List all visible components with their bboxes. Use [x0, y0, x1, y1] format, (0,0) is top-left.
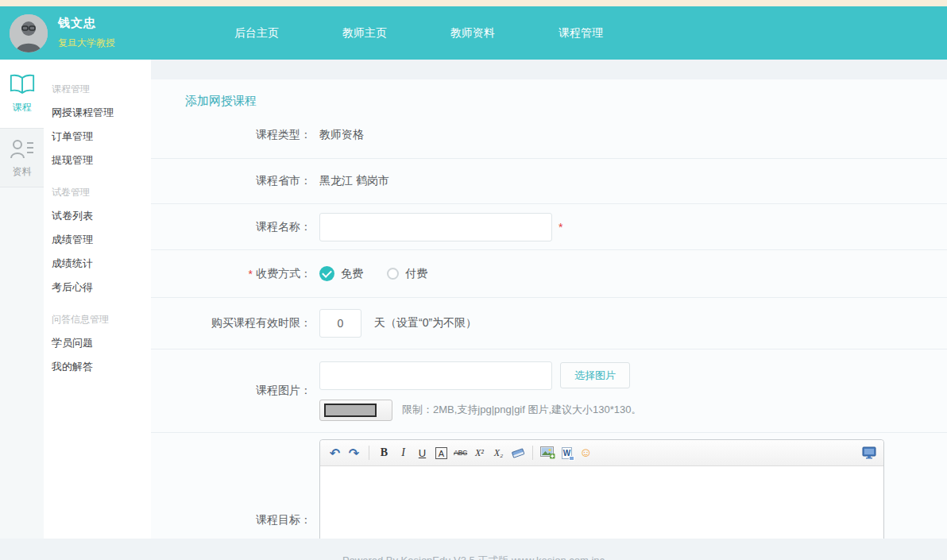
course-name-row: 课程名称： *: [151, 204, 947, 250]
emoticon-button[interactable]: ☺: [578, 444, 594, 462]
radio-unchecked-icon: [387, 268, 399, 280]
header: 钱文忠 复旦大学教授 后台主页 教师主页 教师资料 课程管理: [0, 6, 947, 60]
fee-radio-free[interactable]: 免费: [319, 266, 363, 281]
page: 钱文忠 复旦大学教授 后台主页 教师主页 教师资料 课程管理 课程: [0, 0, 947, 560]
course-name-required-asterisk: *: [559, 221, 562, 234]
footer-credit: Powered By KesionEdu V3.5 正式版 www.kesion…: [342, 554, 605, 560]
course-region-label: 课程省市：: [151, 159, 311, 203]
remove-format-button[interactable]: [509, 444, 526, 462]
redo-button[interactable]: ↷: [346, 444, 362, 462]
underline-button[interactable]: U: [414, 444, 431, 462]
body: 课程 资料 课程管理 网授课程管理 订单管理 提现管理 试卷管理 试卷列表 成绩…: [0, 60, 947, 539]
nav-item-admin-home[interactable]: 后台主页: [234, 26, 279, 41]
form-panel: 添加网授课程 课程类型： 教师资格 课程省市： 黑龙江 鹤岗市 课程名称： *: [151, 79, 947, 539]
superscript-button[interactable]: X²: [471, 444, 488, 462]
image-restriction-hint: 限制：2MB,支持jpg|png|gif 图片,建议大小130*130。: [402, 403, 642, 417]
upload-widget-inner: [324, 404, 377, 417]
upload-widget[interactable]: [319, 400, 392, 421]
menu-header-qa-info-management: 问答信息管理: [52, 307, 151, 331]
image-path-line: 选择图片: [319, 361, 630, 390]
sidebar-icon-column: 课程 资料: [0, 60, 44, 539]
fee-radio-paid[interactable]: 付费: [387, 267, 427, 281]
book-icon: [9, 74, 36, 95]
menu-item-order-management[interactable]: 订单管理: [52, 125, 151, 149]
course-name-input[interactable]: [319, 213, 552, 241]
menu-header-course-management: 课程管理: [52, 77, 151, 101]
font-color-glyph: A: [435, 447, 447, 459]
validity-field-wrap: 天（设置“0”为不限）: [311, 298, 947, 349]
top-navigation: 后台主页 教师主页 教师资料 课程管理: [234, 26, 603, 41]
course-image-input[interactable]: [319, 361, 552, 390]
menu-item-score-management[interactable]: 成绩管理: [52, 228, 151, 252]
radio-checked-icon: [319, 266, 334, 281]
user-info: 钱文忠 复旦大学教授: [58, 16, 115, 50]
validity-days-input[interactable]: [319, 309, 361, 338]
bold-button[interactable]: B: [376, 444, 392, 462]
strikethrough-button[interactable]: ABC: [452, 444, 469, 462]
fee-radio-paid-label: 付费: [405, 267, 427, 281]
fullscreen-button[interactable]: [860, 444, 877, 462]
top-accent-strip: [0, 0, 947, 6]
fullscreen-monitor-icon: [862, 446, 876, 459]
menu-item-exam-list[interactable]: 试卷列表: [52, 204, 151, 228]
sidebar-tab-profile-label: 资料: [13, 165, 32, 179]
menu-item-my-answers[interactable]: 我的解答: [52, 355, 151, 379]
fee-type-row: * 收费方式： 免费 付费: [151, 250, 947, 298]
fee-required-asterisk: *: [249, 268, 253, 280]
page-title: 添加网授课程: [151, 79, 947, 111]
validity-row: 购买课程有效时限： 天（设置“0”为不限）: [151, 298, 947, 350]
course-name-label: 课程名称：: [151, 204, 311, 249]
font-color-button[interactable]: A: [433, 444, 450, 462]
course-type-value: 教师资格: [311, 111, 947, 158]
avatar: [10, 14, 48, 52]
fee-options: 免费 付费: [311, 250, 947, 297]
course-type-row: 课程类型： 教师资格: [151, 111, 947, 159]
editor-toolbar: ↶ ↷ B I U A ABC X² X₂: [320, 440, 883, 466]
fee-radio-free-label: 免费: [341, 267, 363, 281]
menu-header-exam-management: 试卷管理: [52, 180, 151, 204]
menu-item-withdrawal-management[interactable]: 提现管理: [52, 149, 151, 172]
user-name: 钱文忠: [58, 16, 115, 31]
menu-item-score-statistics[interactable]: 成绩统计: [52, 252, 151, 276]
image-upload-line: 限制：2MB,支持jpg|png|gif 图片,建议大小130*130。: [319, 400, 642, 421]
fee-type-label-wrap: * 收费方式：: [151, 250, 311, 297]
validity-suffix: 天（设置“0”为不限）: [374, 316, 477, 330]
main-content: 添加网授课程 课程类型： 教师资格 课程省市： 黑龙江 鹤岗市 课程名称： *: [151, 60, 947, 539]
sidebar-menu: 课程管理 网授课程管理 订单管理 提现管理 试卷管理 试卷列表 成绩管理 成绩统…: [44, 60, 151, 539]
course-name-field-wrap: *: [311, 204, 947, 249]
course-type-label: 课程类型：: [151, 111, 311, 158]
course-region-row: 课程省市： 黑龙江 鹤岗市: [151, 159, 947, 204]
user-role: 复旦大学教授: [58, 37, 115, 50]
footer: Powered By KesionEdu V3.5 正式版 www.kesion…: [0, 539, 947, 560]
menu-item-student-questions[interactable]: 学员问题: [52, 331, 151, 355]
nav-item-teacher-profile[interactable]: 教师资料: [450, 26, 495, 41]
sidebar-tab-course[interactable]: 课程: [0, 60, 44, 128]
profile-card-icon: [10, 137, 35, 160]
insert-image-icon: [540, 446, 555, 459]
choose-image-button[interactable]: 选择图片: [560, 362, 630, 388]
course-image-controls: 选择图片 限制：2MB,支持jpg|png|gif 图片,建议大小130*130…: [311, 350, 947, 432]
paste-from-word-button[interactable]: W: [559, 444, 575, 462]
subscript-button[interactable]: X₂: [490, 444, 507, 462]
toolbar-separator: [532, 446, 533, 460]
nav-item-teacher-home[interactable]: 教师主页: [342, 26, 387, 41]
course-image-row: 课程图片： 选择图片 限制：2MB,支持jpg|png|gif 图片,建议大小1…: [151, 350, 947, 433]
avatar-photo-placeholder: [10, 14, 48, 52]
undo-button[interactable]: ↶: [327, 444, 343, 462]
course-image-label: 课程图片：: [151, 350, 311, 432]
nav-item-course-management[interactable]: 课程管理: [559, 26, 603, 41]
eraser-icon: [511, 447, 525, 458]
validity-label: 购买课程有效时限：: [151, 298, 311, 349]
course-region-value: 黑龙江 鹤岗市: [311, 159, 947, 203]
insert-image-button[interactable]: [539, 444, 556, 462]
fee-type-label: 收费方式：: [256, 267, 311, 281]
menu-item-post-exam-thoughts[interactable]: 考后心得: [52, 276, 151, 299]
menu-item-online-course-management[interactable]: 网授课程管理: [52, 101, 151, 125]
italic-button[interactable]: I: [395, 444, 412, 462]
toolbar-separator: [369, 446, 369, 460]
word-icon-image-badge: [569, 456, 574, 461]
sidebar-tab-course-label: 课程: [13, 101, 32, 114]
sidebar-tab-profile[interactable]: 资料: [0, 128, 44, 187]
